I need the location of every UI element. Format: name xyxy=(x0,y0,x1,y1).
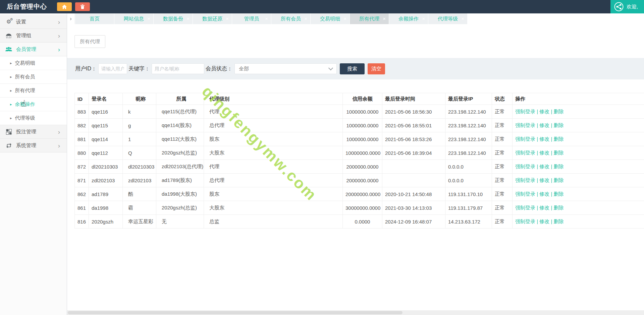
force-login-link[interactable]: 强制登录 xyxy=(515,150,535,155)
sidebar-group-label: 系统管理 xyxy=(16,142,36,149)
edit-link[interactable]: 修改 xyxy=(539,150,549,155)
delete-link[interactable]: 删除 xyxy=(553,109,564,114)
col-header-3: 所属 xyxy=(156,93,204,105)
sidebar-group-1[interactable]: 管理组› xyxy=(0,29,67,43)
clear-button[interactable]: 清空 xyxy=(368,63,385,74)
close-icon[interactable]: × xyxy=(343,16,346,21)
edit-link[interactable]: 修改 xyxy=(539,164,549,169)
sidebar-item-2-2[interactable]: ▸所有代理 xyxy=(0,84,67,98)
delete-link[interactable]: 删除 xyxy=(553,164,564,169)
col-header-1: 登录名 xyxy=(89,93,123,105)
force-login-link[interactable]: 强制登录 xyxy=(515,164,535,169)
table-cell: 正常 xyxy=(492,174,513,187)
close-icon[interactable]: × xyxy=(304,16,307,21)
keyword-input[interactable] xyxy=(152,63,204,74)
force-login-link[interactable]: 强制登录 xyxy=(515,136,535,142)
sidebar-group-2[interactable]: 会员管理› xyxy=(0,43,67,56)
delete-link[interactable]: 删除 xyxy=(553,177,564,183)
delete-link[interactable]: 删除 xyxy=(553,191,564,197)
edit-link[interactable]: 修改 xyxy=(539,177,549,183)
close-icon[interactable]: × xyxy=(226,16,229,21)
tab-5[interactable]: 所有会员× xyxy=(271,13,310,24)
force-login-link[interactable]: 强制登录 xyxy=(515,191,535,197)
table-cell: 2021-03-30 14:13:03 xyxy=(382,201,445,215)
force-login-link[interactable]: 强制登录 xyxy=(515,122,535,128)
table-cell: qqe114(股东) xyxy=(156,119,204,132)
caret-right-icon: ▸ xyxy=(10,116,12,120)
table-cell: 0.0000 xyxy=(343,215,382,229)
tab-7[interactable]: 所有代理× xyxy=(350,13,389,24)
tab-1[interactable]: 网站信息× xyxy=(114,13,153,24)
members-icon xyxy=(5,47,13,52)
tab-6[interactable]: 交易明细× xyxy=(311,13,350,24)
table-cell: da1998(大股东) xyxy=(156,187,204,201)
member-status-value: 全部 xyxy=(239,66,249,72)
delete-link[interactable]: 删除 xyxy=(553,136,564,142)
tab-8[interactable]: 余额操作× xyxy=(389,13,428,24)
caret-right-icon: ▸ xyxy=(10,61,12,65)
table-cell: 代理 xyxy=(204,105,343,119)
table-cell: 2020-10-21 14:50:48 xyxy=(382,187,445,201)
page-tab[interactable]: 所有代理 xyxy=(74,35,105,48)
close-icon[interactable]: × xyxy=(461,16,464,21)
user-welcome[interactable]: 欢迎, xyxy=(610,0,644,13)
sidebar-item-2-4[interactable]: ▸代理等级 xyxy=(0,111,67,125)
delete-link[interactable]: 删除 xyxy=(553,122,564,128)
horizontal-scrollbar[interactable] xyxy=(67,310,644,315)
edit-link[interactable]: 修改 xyxy=(539,218,549,224)
close-icon[interactable]: × xyxy=(383,16,386,21)
force-login-link[interactable]: 强制登录 xyxy=(515,218,535,224)
search-button[interactable]: 搜索 xyxy=(340,63,365,74)
table-cell: 223.198.122.140 xyxy=(445,119,492,132)
close-icon[interactable]: × xyxy=(186,16,190,21)
sidebar-group-0[interactable]: ⚙⚙设置› xyxy=(0,15,67,29)
force-login-link[interactable]: 强制登录 xyxy=(515,177,535,183)
edit-link[interactable]: 修改 xyxy=(539,205,549,210)
table-cell: zdl202103(总代理) xyxy=(156,160,204,174)
tabs-collapse-toggle[interactable]: › xyxy=(67,13,75,24)
sidebar-group-4[interactable]: 系统管理› xyxy=(0,139,67,152)
delete-link[interactable]: 删除 xyxy=(553,218,564,224)
tab-9[interactable]: 代理等级× xyxy=(428,13,467,24)
edit-link[interactable]: 修改 xyxy=(539,122,549,128)
tab-4[interactable]: 管理员× xyxy=(232,13,271,24)
table-row: 872dl20210303dl20210303zdl202103(总代理)代理2… xyxy=(75,160,644,174)
tab-label: 首页 xyxy=(90,16,100,22)
force-login-link[interactable]: 强制登录 xyxy=(515,109,535,114)
close-icon[interactable]: × xyxy=(147,16,150,21)
clear-cache-button[interactable] xyxy=(75,2,90,11)
home-button[interactable] xyxy=(57,2,72,11)
sidebar-group-label: 会员管理 xyxy=(16,46,36,53)
col-header-0: ID xyxy=(75,93,89,105)
close-icon[interactable]: × xyxy=(265,16,268,21)
sidebar-group-3[interactable]: 投注管理› xyxy=(0,125,67,139)
sidebar-group-label: 设置 xyxy=(16,19,26,25)
sidebar-item-2-3[interactable]: ▸余额操作 xyxy=(0,98,67,111)
action-separator: | xyxy=(549,150,553,155)
edit-link[interactable]: 修改 xyxy=(539,136,549,142)
member-status-select[interactable]: 全部 xyxy=(234,63,337,74)
table-cell: 2000000.0000 xyxy=(343,174,382,187)
tab-0[interactable]: 首页 xyxy=(75,13,114,24)
user-id-input[interactable] xyxy=(98,63,127,74)
sidebar-item-2-1[interactable]: ▸所有会员 xyxy=(0,70,67,84)
chevron-right-icon: › xyxy=(58,142,60,149)
scrollbar-thumb[interactable] xyxy=(68,311,402,314)
caret-right-icon: ▸ xyxy=(10,88,12,93)
action-separator: | xyxy=(535,218,539,224)
close-icon[interactable]: × xyxy=(422,16,425,21)
table-cell: 872 xyxy=(75,160,89,174)
tab-2[interactable]: 数据备份× xyxy=(154,13,193,24)
edit-link[interactable]: 修改 xyxy=(539,191,549,197)
tab-3[interactable]: 数据还原× xyxy=(193,13,232,24)
force-login-link[interactable]: 强制登录 xyxy=(515,205,535,210)
delete-link[interactable]: 删除 xyxy=(553,205,564,210)
delete-link[interactable]: 删除 xyxy=(553,150,564,155)
table-cell: qqe114 xyxy=(89,132,123,146)
edit-link[interactable]: 修改 xyxy=(539,109,549,114)
sidebar-item-2-0[interactable]: ▸交易明细 xyxy=(0,56,67,70)
action-separator: | xyxy=(535,177,539,183)
table-cell: dl20210303 xyxy=(123,160,156,174)
col-header-2: 昵称 xyxy=(123,93,156,105)
table-cell-actions: 强制登录 | 修改 | 删除 xyxy=(513,132,644,146)
